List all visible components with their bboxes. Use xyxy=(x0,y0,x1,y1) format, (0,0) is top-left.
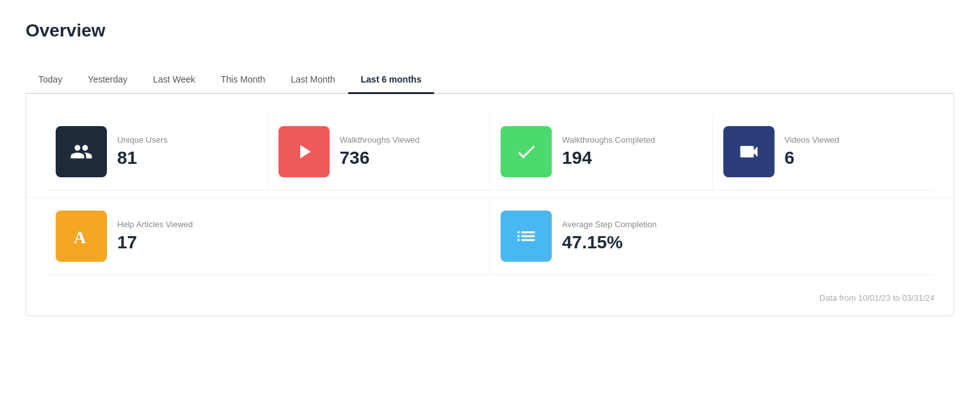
metric-card-unique-users: Unique Users81 xyxy=(45,113,268,191)
tab-last-6-months[interactable]: Last 6 months xyxy=(348,67,435,94)
help-articles-viewed-info: Help Articles Viewed17 xyxy=(117,220,193,253)
data-footer: Data from 10/01/23 to 03/31/24 xyxy=(45,282,935,303)
help-articles-viewed-label: Help Articles Viewed xyxy=(117,220,193,230)
metrics-row-1: Unique Users81Walkthroughs Viewed736Walk… xyxy=(45,113,935,191)
walkthroughs-completed-label: Walkthroughs Completed xyxy=(562,135,655,146)
content-panel: Unique Users81Walkthroughs Viewed736Walk… xyxy=(26,94,954,316)
metric-card-videos-viewed: Videos Viewed6 xyxy=(713,113,935,191)
metric-card-avg-step-completion: Average Step Completion47.15% xyxy=(490,198,935,275)
svg-text:A: A xyxy=(74,228,86,247)
metric-card-walkthroughs-completed: Walkthroughs Completed194 xyxy=(490,113,713,191)
videos-viewed-info: Videos Viewed6 xyxy=(785,135,840,169)
walkthroughs-viewed-value: 736 xyxy=(340,148,420,168)
tab-last-month[interactable]: Last Month xyxy=(278,67,348,94)
tabs-container: TodayYesterdayLast WeekThis MonthLast Mo… xyxy=(26,67,954,94)
walkthroughs-viewed-label: Walkthroughs Viewed xyxy=(340,135,420,146)
avg-step-completion-icon xyxy=(501,211,552,262)
tab-today[interactable]: Today xyxy=(26,67,75,94)
videos-viewed-value: 6 xyxy=(785,148,840,168)
walkthroughs-viewed-info: Walkthroughs Viewed736 xyxy=(340,135,420,169)
avg-step-completion-info: Average Step Completion47.15% xyxy=(562,220,657,253)
unique-users-value: 81 xyxy=(117,148,168,168)
unique-users-icon xyxy=(56,126,107,177)
tab-this-month[interactable]: This Month xyxy=(208,67,278,94)
page-container: Overview TodayYesterdayLast WeekThis Mon… xyxy=(0,0,980,416)
avg-step-completion-label: Average Step Completion xyxy=(562,220,657,230)
metric-card-help-articles-viewed: AHelp Articles Viewed17 xyxy=(45,198,490,275)
unique-users-info: Unique Users81 xyxy=(117,135,168,169)
metric-card-walkthroughs-viewed: Walkthroughs Viewed736 xyxy=(268,113,491,191)
unique-users-label: Unique Users xyxy=(117,135,168,146)
help-articles-viewed-value: 17 xyxy=(117,232,193,253)
videos-viewed-label: Videos Viewed xyxy=(785,135,840,146)
walkthroughs-viewed-icon xyxy=(278,126,330,177)
walkthroughs-completed-info: Walkthroughs Completed194 xyxy=(562,135,655,169)
walkthroughs-completed-value: 194 xyxy=(562,148,655,168)
videos-viewed-icon xyxy=(723,126,775,177)
help-articles-viewed-icon: A xyxy=(56,211,107,262)
tab-yesterday[interactable]: Yesterday xyxy=(75,67,140,94)
avg-step-completion-value: 47.15% xyxy=(562,232,657,253)
walkthroughs-completed-icon xyxy=(501,126,552,177)
tab-last-week[interactable]: Last Week xyxy=(140,67,208,94)
page-title: Overview xyxy=(26,20,954,41)
metrics-row-2: AHelp Articles Viewed17Average Step Comp… xyxy=(45,198,935,275)
